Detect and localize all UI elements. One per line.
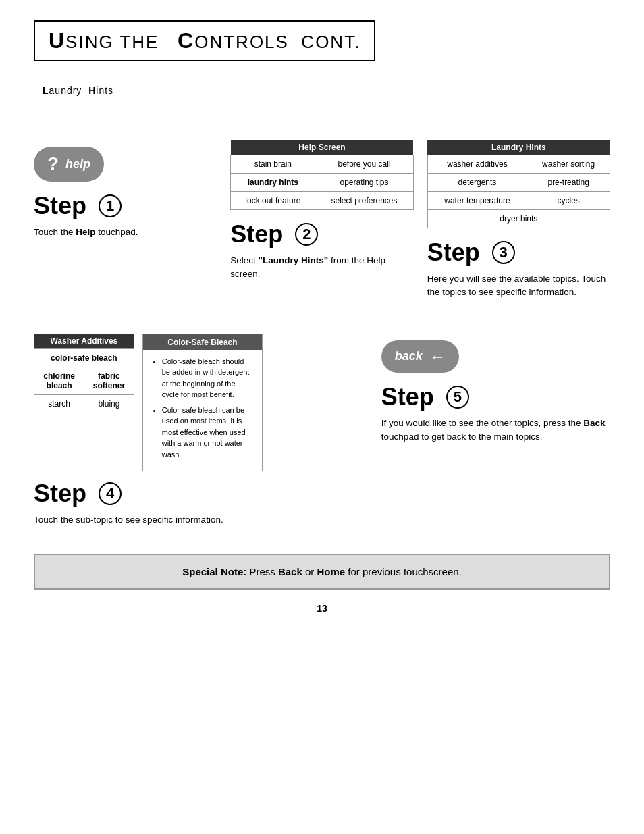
step-2-num: 2	[295, 223, 318, 246]
table-row: detergents pre-treating	[427, 174, 610, 192]
table-cell: select preferences	[315, 192, 413, 210]
table-cell: washer additives	[427, 155, 527, 174]
table-cell: lock out feature	[231, 192, 315, 210]
table-cell: bluing	[84, 394, 134, 413]
page-title-box: Using the Controls cont.	[34, 20, 375, 61]
table-cell: stain brain	[231, 155, 315, 174]
table-cell: pre-treating	[527, 174, 610, 192]
help-label: help	[65, 157, 90, 172]
back-arrow-icon: ←	[429, 347, 446, 366]
step-5-num: 5	[446, 386, 469, 409]
table-row: stain brain before you call	[231, 155, 413, 174]
table-row: laundry hints operating tips	[231, 174, 413, 192]
steps-row-2: Washer Additives color-safe bleach chlor…	[34, 334, 610, 527]
special-note: Special Note: Press Back or Home for pre…	[34, 554, 610, 590]
table-cell: color-safe bleach	[34, 348, 134, 367]
table-cell: before you call	[315, 155, 413, 174]
help-screen-table: Help Screen stain brain before you call …	[230, 140, 413, 210]
step-1-text: Touch the Help touchpad.	[34, 226, 138, 239]
table-row: chlorine bleach fabric softener	[34, 367, 134, 394]
laundry-hints-header: Laundry Hints	[427, 140, 610, 155]
washer-additives-table: Washer Additives color-safe bleach chlor…	[34, 334, 134, 413]
table-cell: detergents	[427, 174, 527, 192]
step-3-heading: Step 3	[427, 238, 610, 267]
step-1-num: 1	[99, 194, 122, 217]
table-cell: operating tips	[315, 174, 413, 192]
step-3-num: 3	[492, 241, 515, 264]
step-4-num: 4	[99, 482, 122, 505]
table-row: washer additives washer sorting	[427, 155, 610, 174]
help-button: ? help	[34, 147, 104, 182]
page-number: 13	[34, 603, 610, 614]
table-cell: chlorine bleach	[34, 367, 84, 394]
table-row: water temperature cycles	[427, 192, 610, 210]
steps-row-1: ? help Step 1 Touch the Help touchpad. H…	[34, 140, 610, 300]
info-list: Color-safe bleach should be added in wit…	[151, 356, 254, 461]
step-1-col: ? help Step 1 Touch the Help touchpad.	[34, 140, 217, 239]
table-cell: dryer hints	[427, 210, 610, 228]
table-row: lock out feature select preferences	[231, 192, 413, 210]
question-mark-icon: ?	[47, 153, 59, 175]
help-screen-header: Help Screen	[231, 140, 413, 155]
step-4-col: Washer Additives color-safe bleach chlor…	[34, 334, 263, 527]
step-5-col: back ← Step 5 If you would like to see t…	[381, 334, 610, 444]
step-2-col: Help Screen stain brain before you call …	[230, 140, 413, 282]
table-cell: cycles	[527, 192, 610, 210]
step-1-heading: Step 1	[34, 192, 122, 220]
section-label: Laundry Hints	[34, 82, 122, 99]
table-cell: water temperature	[427, 192, 527, 210]
step-4-heading: Step 4	[34, 479, 263, 508]
washer-additives-header: Washer Additives	[34, 334, 134, 349]
table-row: dryer hints	[427, 210, 610, 228]
table-cell: laundry hints	[231, 174, 315, 192]
table-row: starch bluing	[34, 394, 134, 413]
page-title: Using the Controls cont.	[49, 28, 360, 53]
step-2-text: Select "Laundry Hints" from the Help scr…	[230, 254, 413, 282]
special-note-label: Special Note:	[182, 566, 246, 577]
info-item: Color-safe bleach can be used on most it…	[162, 405, 254, 461]
table-cell: starch	[34, 394, 84, 413]
step-2-heading: Step 2	[230, 220, 413, 249]
info-header: Color-Safe Bleach	[143, 334, 262, 350]
color-safe-bleach-info: Color-Safe Bleach Color-safe bleach shou…	[142, 334, 263, 472]
laundry-hints-table: Laundry Hints washer additives washer so…	[427, 140, 610, 228]
step-5-heading: Step 5	[381, 383, 469, 411]
step-4-text: Touch the sub-topic to see specific info…	[34, 513, 263, 527]
back-label: back	[395, 349, 423, 363]
table-row: color-safe bleach	[34, 348, 134, 367]
step-3-col: Laundry Hints washer additives washer so…	[427, 140, 610, 300]
info-item: Color-safe bleach should be added in wit…	[162, 356, 254, 400]
step-3-text: Here you will see the available topics. …	[427, 272, 610, 300]
table-cell: washer sorting	[527, 155, 610, 174]
table-cell: fabric softener	[84, 367, 134, 394]
back-button: back ←	[381, 340, 459, 373]
step-5-text: If you would like to see the other topic…	[381, 417, 610, 444]
